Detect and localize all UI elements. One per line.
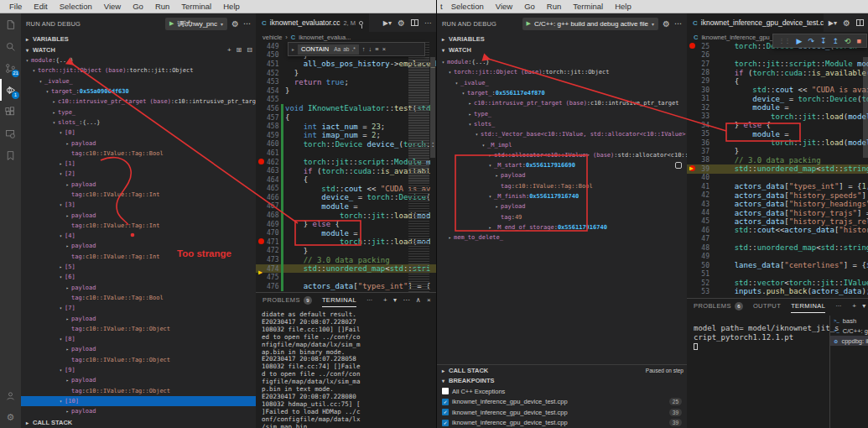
more-actions-icon[interactable]: ⋯ [674,19,682,28]
more-actions-icon[interactable]: ⋯ [243,19,251,28]
watch-row[interactable]: ▾[8] [21,334,256,344]
watch-row[interactable]: ▸payload [21,283,256,293]
watch-row[interactable]: ▸payload [437,170,687,180]
watch-header-icon[interactable]: ⊞ [236,46,242,54]
breakpoint-icon[interactable] [256,237,267,246]
menu-item[interactable]: File [3,2,28,11]
right-code-area[interactable]: 25 torch::Device device_(torch2627 torch… [687,42,868,298]
find-input[interactable]: CONTAINAaab.* [298,44,359,55]
watch-row[interactable]: ▸payload [21,344,256,354]
find-nav-icon[interactable]: × [382,45,386,53]
account-icon[interactable] [0,384,21,406]
variables-section-header[interactable]: ▸VARIABLES [437,34,687,44]
watch-row[interactable]: ▸payload [21,138,256,148]
terminal-session-item[interactable]: >_bash [830,316,868,326]
find-toggle[interactable]: ab [343,46,349,52]
watch-row[interactable]: ▸payload [21,241,256,251]
panel-action-icon[interactable]: ▾ [393,296,397,304]
find-nav-icon[interactable]: ↓ [369,45,372,53]
terminal-session-item[interactable]: ⚙cppdbg: ik [830,336,868,346]
callstack-section-header[interactable]: ▸CALL STACK [21,417,256,428]
watch-row[interactable]: ▾std::_Vector_base<c10::IValue, std::all… [437,129,687,139]
menu-item[interactable]: Run [541,2,567,11]
watch-row[interactable]: ▾[3] [21,200,256,210]
menu-item[interactable]: Selection [445,2,490,11]
watch-row[interactable]: tag: c10::IValue::Tag::Object [21,324,256,334]
menu-item[interactable]: Edit [28,2,53,11]
find-toggle[interactable]: .* [351,46,355,52]
editor-gear-icon[interactable]: ⚙ [398,18,405,28]
watch-row[interactable]: ▸c10::intrusive_ptr_target (base): c10::… [21,97,256,107]
watch-row[interactable]: ▾[6] [21,272,256,282]
breakpoint-row[interactable]: ✓iknownet_inference_gpu_device_test.cpp3… [437,418,687,428]
watch-row[interactable]: ▾module: {...} [21,55,256,65]
panel-tab[interactable]: ⋯ [366,293,373,307]
watch-row[interactable]: ▸std::allocator<c10::IValue> (base): std… [437,150,687,160]
menu-item[interactable]: Terminal [567,2,609,11]
breakpoint-icon[interactable]: ▶ [687,164,698,173]
panel-action-icon[interactable]: ∧ [416,296,421,304]
step-into-icon[interactable]: ↧ [820,37,827,45]
find-toggle[interactable]: Aa [334,46,340,52]
watch-row[interactable]: ▾module: {...} [437,57,687,67]
variables-section-header[interactable]: ▸VARIABLES [21,34,256,44]
menu-item[interactable]: Run [149,2,175,11]
editor-scrollbar[interactable] [862,42,868,298]
watch-row[interactable]: ▾_ivalue_ [21,76,256,86]
watch-row[interactable]: ▸payload [21,375,256,385]
watch-row[interactable]: ▸mem_to_delete_ [437,232,687,243]
watch-row[interactable]: ▾slots_: {...} [21,117,256,128]
menu-item[interactable]: Go [127,2,149,11]
step-over-icon[interactable]: ↷ [808,37,814,45]
source-control-icon[interactable]: 21 [0,57,21,79]
panel-action-icon[interactable]: + [383,296,387,304]
minimap[interactable] [408,42,429,292]
panel-action-icon[interactable]: + [852,302,856,310]
menu-item[interactable]: Go [518,2,541,11]
watch-row[interactable]: ▾[7] [21,303,256,313]
watch-header-icon[interactable]: + [227,46,231,54]
panel-tab[interactable]: ⋯ [835,299,842,313]
panel-action-icon[interactable]: ▾ [862,302,865,310]
watch-row[interactable]: ▸type_ [437,108,687,118]
watch-row[interactable]: ▾torch::jit::Object (base): torch::jit::… [21,65,256,76]
menu-item[interactable]: View [490,2,518,11]
watch-section-header[interactable]: ▾WATCH [437,44,687,55]
watch-row[interactable]: ▾target_: 0x55a0906df630 [21,86,256,97]
watch-row[interactable]: ▸[5] [21,262,256,272]
menu-item[interactable]: Help [217,2,246,11]
remote-explorer-icon[interactable] [0,123,21,144]
find-expand-icon[interactable]: ▸ [292,46,294,52]
watch-row[interactable]: ▸[1] [21,159,256,169]
watch-row[interactable]: ▾[10] [21,396,256,406]
breakpoints-section-header[interactable]: ▾BREAKPOINTS [437,375,687,386]
watch-row[interactable]: tag: 49 [437,211,687,222]
menu-item[interactable]: View [98,2,127,11]
watch-row[interactable]: ▾[4] [21,231,256,241]
breakpoint-checkbox[interactable]: ✓ [442,420,449,426]
watch-row[interactable]: tag: c10::IValue::Tag::Int [21,190,256,200]
breakpoint-checkbox[interactable] [442,388,449,394]
breakpoint-checkbox[interactable]: ✓ [442,409,449,415]
start-debug-icon[interactable]: ▶ [169,20,174,27]
find-nav-icon[interactable]: ↑ [362,45,366,53]
watch-row[interactable]: ▸type_ [21,107,256,117]
tab-iknownet-inference-test[interactable]: C iknownet_inference_gpu_device_test.cpp… [687,13,824,32]
editor-gear-icon[interactable]: ⚙ [843,18,850,28]
watch-header-icon[interactable]: ⊟ [247,46,252,54]
panel-tab[interactable]: OUTPUT [753,299,781,313]
restart-icon[interactable]: ⟲ [845,37,851,45]
breakpoint-icon[interactable] [256,158,267,166]
watch-row[interactable]: ▾_M_impl [437,139,687,149]
panel-action-icon[interactable]: × [427,296,431,304]
run-or-debug-icon[interactable]: ▶▾ [829,19,837,27]
settings-gear-icon[interactable]: ⚙ [0,406,21,428]
watch-row[interactable]: ▸_M_end_of_storage: 0x556117916740 [437,222,687,232]
run-or-debug-icon[interactable]: ▶▾ [383,19,392,27]
watch-row[interactable]: tag: c10::IValue::Tag::Bool [21,293,256,303]
start-debug-icon[interactable]: ▶ [527,20,531,27]
panel-action-icon[interactable]: ⋯ [403,296,409,304]
watch-row[interactable]: ▾target_: 0x556117e4f870 [437,88,687,98]
explorer-icon[interactable] [0,13,21,35]
watch-row[interactable]: tag: c10::IValue::Tag::Int [21,252,256,262]
